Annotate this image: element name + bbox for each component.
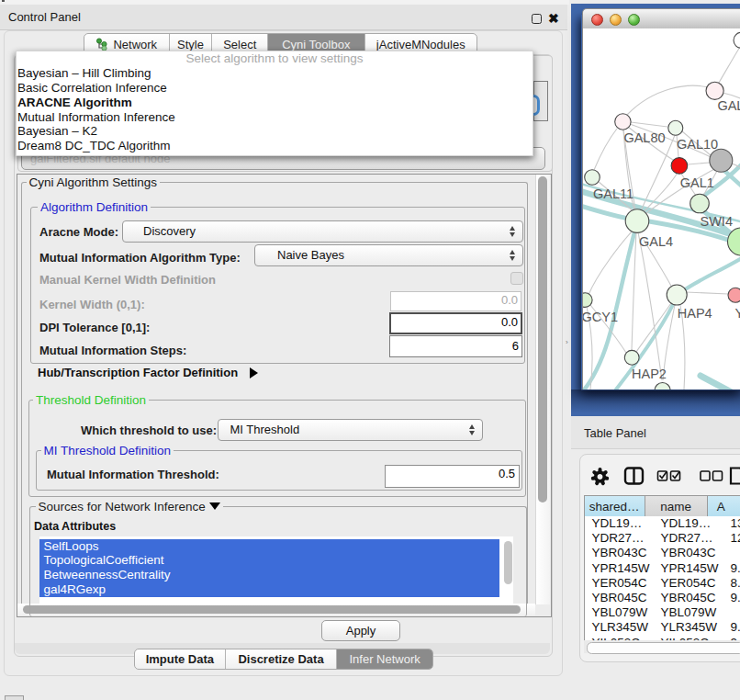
- svg-text:GAL80: GAL80: [623, 130, 665, 145]
- svg-text:GAL4: GAL4: [639, 234, 673, 249]
- svg-text:YE: YE: [734, 306, 740, 321]
- svg-text:HAP2: HAP2: [632, 367, 667, 381]
- svg-text:GAL10: GAL10: [677, 137, 718, 152]
- svg-text:GAL7: GAL7: [717, 98, 740, 113]
- svg-text:GCY1: GCY1: [583, 310, 618, 324]
- svg-text:GAL1: GAL1: [680, 175, 714, 190]
- svg-text:HAP4: HAP4: [678, 306, 712, 321]
- svg-text:SWI4: SWI4: [701, 214, 733, 229]
- svg-text:GAL11: GAL11: [593, 186, 633, 201]
